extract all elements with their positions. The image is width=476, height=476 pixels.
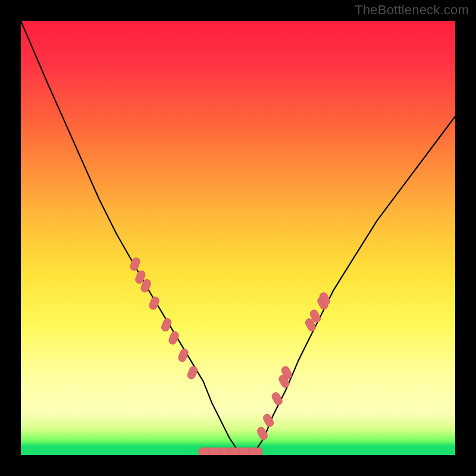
- markers-left-branch: [129, 256, 199, 380]
- svg-rect-7: [186, 365, 198, 380]
- curve-line: [21, 21, 455, 455]
- svg-rect-5: [168, 330, 180, 345]
- svg-rect-4: [160, 317, 172, 332]
- chart-frame: TheBottleneck.com: [0, 0, 476, 476]
- markers-right-branch: [256, 291, 331, 441]
- bottleneck-curve-plot: [21, 21, 455, 455]
- svg-rect-22: [248, 448, 262, 456]
- markers-bottom-cluster: [198, 448, 262, 456]
- watermark-text: TheBottleneck.com: [355, 2, 469, 18]
- svg-rect-3: [148, 296, 160, 311]
- svg-rect-10: [271, 391, 284, 406]
- svg-rect-6: [177, 347, 189, 362]
- svg-rect-8: [256, 426, 269, 441]
